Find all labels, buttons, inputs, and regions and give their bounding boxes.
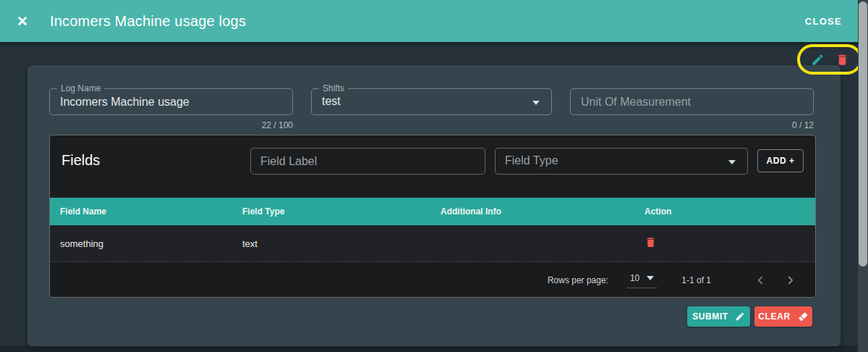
- chevron-left-icon: [754, 274, 767, 287]
- delete-trash-icon[interactable]: [835, 53, 849, 67]
- chevron-right-icon: [784, 274, 797, 287]
- log-name-input[interactable]: [50, 89, 292, 114]
- clear-eraser-icon: [797, 311, 809, 322]
- cell-field-name: something: [50, 238, 232, 249]
- add-field-button[interactable]: ADD +: [757, 149, 804, 172]
- field-label-inputbox: [250, 148, 485, 175]
- col-header-action: Action: [634, 206, 816, 217]
- cell-field-type: text: [232, 238, 430, 249]
- fields-card: Fields Field Type ADD + Field Name Field…: [49, 135, 816, 298]
- clear-button[interactable]: CLEAR: [754, 306, 812, 327]
- pagination-range: 1-1 of 1: [681, 275, 711, 285]
- rows-per-page-select[interactable]: 10: [627, 273, 657, 288]
- unit-of-measurement-field: [570, 88, 814, 115]
- table-row: something text: [50, 225, 816, 262]
- col-header-field-type: Field Type: [232, 206, 430, 217]
- table-pagination: Rows per page: 10 1-1 of 1: [50, 262, 816, 298]
- cell-action: [634, 236, 816, 251]
- rows-per-page-label: Rows per page:: [548, 275, 608, 285]
- field-label-input[interactable]: [251, 148, 485, 174]
- previous-page-button[interactable]: [750, 274, 770, 287]
- shifts-label: Shifts: [319, 83, 348, 93]
- submit-button[interactable]: SUBMIT: [687, 306, 750, 327]
- edit-pencil-icon[interactable]: [811, 53, 825, 67]
- log-name-field: Log Name: [49, 88, 293, 115]
- log-name-counter: 22 / 100: [49, 120, 293, 130]
- unit-counter: 0 / 12: [570, 120, 814, 130]
- chevron-down-icon: [728, 160, 736, 164]
- field-type-select[interactable]: Field Type: [495, 148, 748, 175]
- close-button[interactable]: CLOSE: [805, 16, 842, 27]
- chevron-down-icon: [532, 101, 540, 105]
- dialog-body-panel: Log Name 22 / 100 Shifts test 0 / 12 Fie…: [27, 65, 841, 346]
- backdrop-bottom-strip: [0, 345, 868, 352]
- unit-of-measurement-input[interactable]: [571, 89, 813, 114]
- submit-pencil-icon: [735, 311, 745, 322]
- rows-per-page-value: 10: [630, 273, 639, 283]
- clear-button-label: CLEAR: [758, 311, 790, 322]
- fields-section-title: Fields: [61, 152, 100, 169]
- scrollbar-thumb[interactable]: [859, 1, 867, 267]
- scrollbar-track[interactable]: [858, 0, 868, 352]
- dialog-appbar: ✕ Incomers Machine usage logs CLOSE: [0, 0, 868, 42]
- next-page-button[interactable]: [780, 274, 801, 287]
- shifts-select[interactable]: Shifts test: [311, 88, 552, 115]
- col-header-field-name: Field Name: [50, 206, 232, 217]
- highlight-annotation: [797, 44, 862, 75]
- shifts-value: test: [322, 95, 341, 108]
- col-header-additional-info: Additional Info: [430, 206, 634, 217]
- row-delete-trash-icon[interactable]: [644, 236, 657, 248]
- submit-button-label: SUBMIT: [692, 311, 728, 322]
- chevron-down-icon: [647, 276, 654, 280]
- dialog-title: Incomers Machine usage logs: [50, 13, 246, 30]
- close-x-icon[interactable]: ✕: [14, 13, 31, 30]
- field-type-placeholder: Field Type: [505, 154, 558, 167]
- table-header-row: Field Name Field Type Additional Info Ac…: [50, 198, 816, 225]
